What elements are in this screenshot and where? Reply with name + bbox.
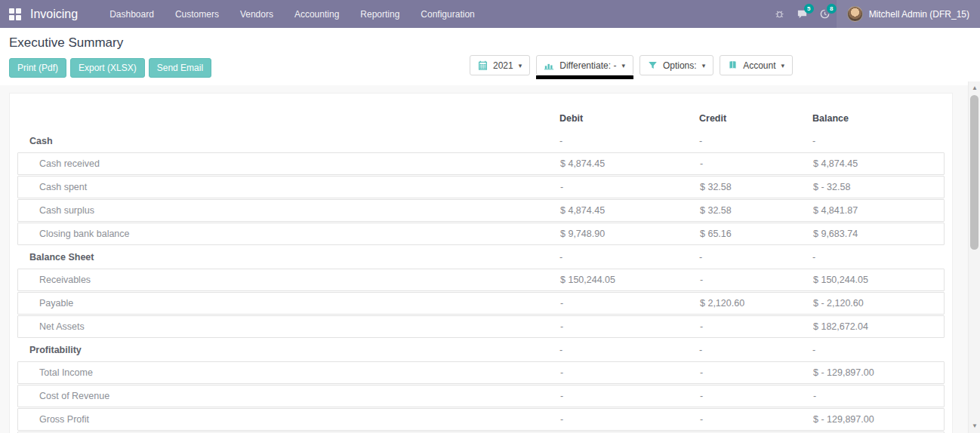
scrollbar-thumb[interactable]: [970, 95, 978, 250]
row-credit: -: [700, 158, 813, 169]
row-balance: $ - 129,897.00: [813, 414, 944, 425]
messages-icon[interactable]: 5: [791, 0, 814, 28]
export-xlsx-button[interactable]: Export (XLSX): [70, 58, 145, 78]
row-balance: $ - 32.58: [813, 182, 944, 192]
nav-item-reporting[interactable]: Reporting: [350, 0, 410, 28]
row-label: Cash: [17, 136, 559, 146]
activities-clock-icon[interactable]: 8: [814, 0, 837, 28]
table-row[interactable]: Payable - $ 2,120.60 $ - 2,120.60: [17, 292, 945, 315]
row-label: Cash received: [18, 158, 560, 169]
table-row: Cash - - -: [17, 130, 945, 152]
chevron-down-icon: ▾: [702, 62, 706, 69]
row-credit: $ 2,120.60: [700, 298, 813, 309]
differentiate-filter-label: Differentiate: -: [559, 60, 616, 71]
row-debit: $ 4,874.45: [560, 205, 700, 216]
row-label: Balance Sheet: [17, 252, 559, 263]
options-filter-button[interactable]: Options: ▾: [639, 55, 713, 75]
nav-item-dashboard[interactable]: Dashboard: [99, 0, 165, 28]
row-debit: -: [560, 391, 700, 401]
app-title[interactable]: Invoicing: [30, 8, 78, 21]
row-debit: -: [560, 298, 700, 309]
row-balance: $ - 2,120.60: [813, 298, 944, 309]
filter-funnel-icon: [648, 60, 658, 70]
row-credit: -: [700, 367, 813, 378]
year-filter-label: 2021: [493, 60, 513, 71]
row-label: Closing bank balance: [18, 229, 560, 239]
nav-item-configuration[interactable]: Configuration: [410, 0, 485, 28]
table-row[interactable]: Receivables $ 150,244.05 - $ 150,244.05: [17, 269, 945, 291]
row-label: Net Assets: [18, 321, 560, 332]
row-label: Cash surplus: [18, 205, 560, 216]
row-debit: -: [559, 136, 699, 146]
table-row[interactable]: Net Assets - - $ 182,672.04: [17, 315, 945, 338]
calendar-icon: [478, 60, 488, 70]
row-debit: $ 9,748.90: [560, 229, 700, 239]
row-debit: -: [559, 252, 699, 263]
row-balance: $ 150,244.05: [813, 275, 944, 285]
report-card: Debit Credit Balance Cash - - - Cash rec…: [9, 93, 953, 433]
row-label: Gross Profit: [18, 414, 560, 425]
book-icon: [728, 60, 738, 70]
messages-badge: 5: [804, 4, 814, 14]
row-balance: $ - 129,897.00: [813, 367, 944, 378]
top-navbar: Invoicing DashboardCustomersVendorsAccou…: [0, 0, 980, 28]
user-name: Mitchell Admin (DFR_15): [869, 9, 969, 20]
row-credit: $ 65.16: [700, 229, 813, 239]
column-header-credit: Credit: [699, 113, 812, 124]
table-row[interactable]: Gross Profit - - $ - 129,897.00: [17, 408, 945, 431]
row-balance: -: [813, 391, 944, 401]
user-menu[interactable]: Mitchell Admin (DFR_15): [837, 0, 980, 28]
table-body: Cash - - - Cash received $ 4,874.45 - $ …: [17, 130, 945, 433]
table-row[interactable]: Cash spent - $ 32.58 $ - 32.58: [17, 176, 945, 198]
table-row[interactable]: Closing bank balance $ 9,748.90 $ 65.16 …: [17, 223, 945, 245]
row-balance: -: [812, 252, 945, 263]
column-header-debit: Debit: [559, 113, 699, 124]
table-row: Profitability - - -: [17, 339, 945, 361]
chevron-down-icon: ▾: [519, 62, 522, 69]
column-header-balance: Balance: [812, 113, 945, 124]
row-credit: -: [700, 414, 813, 425]
apps-grid-icon[interactable]: [9, 8, 21, 20]
row-label: Receivables: [18, 275, 560, 285]
row-debit: $ 150,244.05: [560, 275, 700, 285]
vertical-scrollbar[interactable]: ▲ ▼: [968, 81, 980, 433]
send-email-button[interactable]: Send Email: [149, 58, 211, 78]
scroll-down-arrow-icon[interactable]: ▼: [969, 421, 980, 431]
debug-bug-icon[interactable]: [769, 0, 791, 28]
table-row[interactable]: Cash surplus $ 4,874.45 $ 32.58 $ 4,841.…: [17, 199, 945, 222]
nav-item-vendors[interactable]: Vendors: [230, 0, 284, 28]
row-debit: -: [560, 182, 700, 192]
chevron-down-icon: ▾: [781, 62, 785, 69]
row-credit: -: [699, 252, 812, 263]
row-balance: -: [812, 136, 945, 146]
differentiate-filter-button[interactable]: Differentiate: - ▾: [536, 55, 633, 75]
content-area: Debit Credit Balance Cash - - - Cash rec…: [0, 85, 980, 433]
chevron-down-icon: ▾: [621, 62, 625, 69]
row-credit: -: [699, 136, 812, 146]
table-row[interactable]: Cost of Revenue - - -: [17, 385, 945, 407]
bar-chart-icon: [544, 60, 554, 70]
table-row[interactable]: Total Income - - $ - 129,897.00: [17, 361, 945, 384]
user-avatar: [847, 6, 863, 22]
row-label: Cost of Revenue: [18, 391, 560, 401]
table-row: Balance Sheet - - -: [17, 246, 945, 269]
nav-item-customers[interactable]: Customers: [165, 0, 230, 28]
row-balance: $ 4,841.87: [813, 205, 944, 216]
row-label: Cash spent: [18, 182, 560, 192]
table-row[interactable]: Cash received $ 4,874.45 - $ 4,874.45: [17, 152, 945, 175]
row-debit: -: [560, 414, 700, 425]
nav-item-accounting[interactable]: Accounting: [284, 0, 350, 28]
row-balance: $ 4,874.45: [813, 158, 944, 169]
row-balance: $ 182,672.04: [813, 321, 944, 332]
scroll-up-arrow-icon[interactable]: ▲: [969, 83, 980, 94]
options-filter-label: Options:: [663, 60, 697, 71]
row-label: Profitability: [17, 345, 559, 355]
account-filter-label: Account: [743, 60, 775, 71]
account-filter-button[interactable]: Account ▾: [720, 55, 793, 75]
row-credit: $ 32.58: [700, 182, 813, 192]
row-debit: -: [560, 367, 700, 378]
action-buttons: Print (Pdf)Export (XLSX)Send Email: [9, 58, 211, 78]
row-label: Total Income: [18, 367, 560, 378]
year-filter-button[interactable]: 2021 ▾: [470, 55, 530, 75]
print-pdf-button[interactable]: Print (Pdf): [9, 58, 66, 78]
